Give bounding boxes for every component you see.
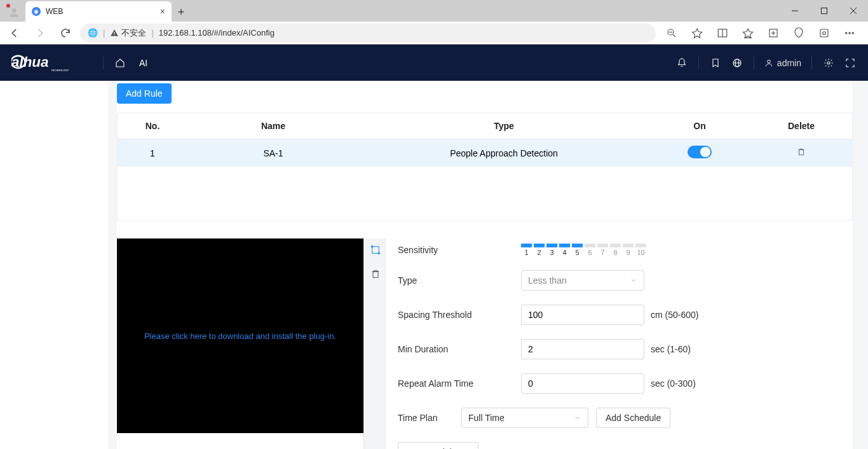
globe-icon[interactable] [731,57,743,69]
svg-rect-18 [820,29,828,37]
svg-line-8 [673,34,675,37]
timeplan-label: Time Plan [398,413,454,423]
browser-tab[interactable]: ◉ WEB × [25,1,172,22]
svg-point-0 [12,8,17,13]
favorites-list-icon[interactable] [736,24,760,43]
col-no: No. [118,113,187,139]
home-icon[interactable] [114,57,126,69]
bell-icon[interactable] [675,57,688,69]
delete-icon[interactable] [797,148,806,158]
draw-rect-icon[interactable] [370,245,381,258]
lower-section: Please click here to download and instal… [117,238,853,449]
forward-button[interactable] [29,24,51,43]
sidebar [0,81,108,449]
performance-icon[interactable] [787,24,811,43]
close-window-button[interactable] [839,0,868,22]
favorite-icon[interactable] [685,24,709,43]
repeat-label: Repeat Alarm Time [398,378,521,389]
main-content: Add Rule No. Name Type On Delete [0,81,868,449]
nav-ai[interactable]: AI [139,58,147,68]
gear-icon[interactable] [822,57,835,69]
new-tab-button[interactable]: + [172,3,191,22]
tab-strip: ◉ WEB × + [0,0,868,22]
svg-point-20 [846,32,847,33]
svg-rect-5 [114,32,115,34]
col-type: Type [359,113,649,139]
back-button[interactable] [4,24,25,43]
zoom-icon[interactable] [660,24,684,43]
svg-point-21 [849,32,850,33]
svg-rect-32 [799,150,804,155]
tool-delete-icon[interactable] [370,269,381,282]
url-text: 192.168.1.108/#/index/AIConfig [159,28,275,38]
minduration-input[interactable] [521,339,644,359]
profile-icon[interactable] [5,4,23,22]
minduration-unit: sec (1-60) [651,344,691,354]
svg-rect-36 [373,272,378,277]
col-delete: Delete [750,113,852,139]
app-shell: alhuaTECHNOLOGY AI admin Add Rule [0,45,868,449]
spacing-unit: cm (50-600) [651,310,698,320]
tab-favicon-icon: ◉ [32,7,41,16]
svg-marker-13 [743,29,753,38]
maximize-button[interactable] [810,0,839,22]
svg-point-30 [768,60,771,63]
col-name: Name [187,113,359,139]
minimize-button[interactable] [780,0,810,22]
col-on: On [649,113,750,139]
svg-rect-33 [372,247,379,254]
tab-title: WEB [46,7,63,16]
address-bar: 🌐 | 不安全 | 192.168.1.108/#/index/AIConfig [0,22,868,45]
url-field[interactable]: 🌐 | 不安全 | 192.168.1.108/#/index/AIConfig [80,24,656,43]
split-icon[interactable] [710,24,735,43]
insecure-warning: 不安全 [110,27,146,39]
svg-point-31 [827,62,830,64]
sensitivity-label: Sensitivity [398,245,521,255]
content-panel: Add Rule No. Name Type On Delete [108,81,868,449]
app-header: alhuaTECHNOLOGY AI admin [0,45,868,81]
tab-close-icon[interactable]: × [160,6,165,17]
type-label: Type [398,275,521,286]
add-schedule-button[interactable]: Add Schedule [596,408,670,428]
event-linkage-button[interactable]: +Event Linkage [398,442,478,449]
spacing-input[interactable] [521,305,644,325]
svg-rect-2 [822,8,827,14]
more-icon[interactable] [837,24,862,43]
svg-point-22 [852,32,853,33]
rules-table: No. Name Type On Delete 1 SA-1 P [117,113,853,221]
app-icon[interactable] [812,24,836,43]
config-form: Sensitivity 12345678910 Type Less than [386,238,853,449]
bookmark-icon[interactable] [709,57,722,69]
timeplan-select[interactable]: Full Time [461,408,588,428]
user-menu[interactable]: admin [764,58,801,68]
ie-icon: 🌐 [88,28,98,38]
add-rule-button[interactable]: Add Rule [117,83,172,104]
logo: alhuaTECHNOLOGY [11,53,93,73]
spacing-label: Spacing Threshold [398,310,521,320]
svg-marker-10 [693,29,702,38]
type-select[interactable]: Less than [521,270,644,291]
repeat-input[interactable] [521,373,644,394]
fullscreen-icon[interactable] [844,57,857,69]
collections-icon[interactable] [761,24,785,43]
repeat-unit: sec (0-300) [651,378,696,389]
svg-point-19 [823,31,826,34]
browser-chrome: ◉ WEB × + 🌐 | 不安全 | 192.168.1.108/#/inde… [0,0,868,45]
video-preview[interactable]: Please click here to download and instal… [117,238,363,433]
sensitivity-slider[interactable]: 12345678910 [521,244,646,256]
minduration-label: Min Duration [398,344,521,354]
toggle-on[interactable] [688,146,712,158]
table-row[interactable]: 1 SA-1 People Approach Detection [118,139,852,167]
window-controls [780,0,868,22]
svg-text:TECHNOLOGY: TECHNOLOGY [51,68,69,71]
draw-tools [363,238,386,449]
svg-rect-6 [114,34,115,35]
refresh-button[interactable] [55,24,76,43]
